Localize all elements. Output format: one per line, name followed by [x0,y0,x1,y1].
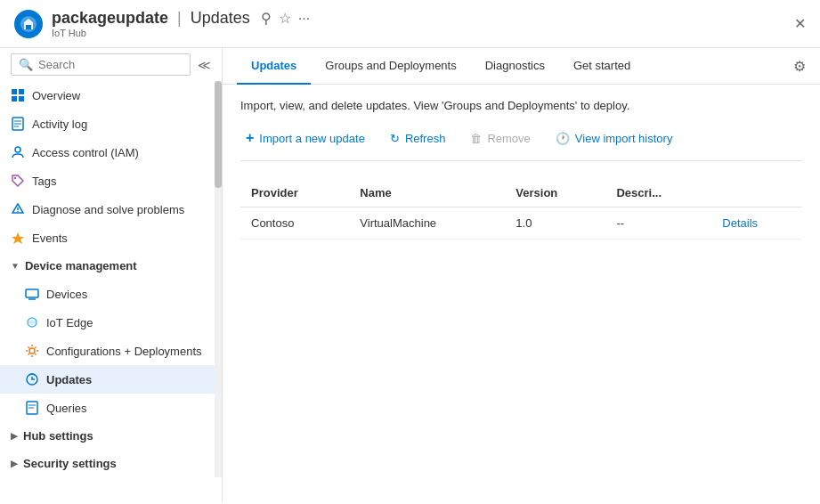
pin-icon[interactable]: ⚲ [261,10,272,27]
sidebar-item-label: Activity log [32,118,87,131]
trash-icon: 🗑 [470,132,482,145]
svg-marker-14 [12,232,24,244]
collapse-icon[interactable]: ≪ [198,58,211,72]
header-separator: | [177,9,182,28]
sidebar-item-label: Configurations + Deployments [46,345,202,358]
cell-name: VirtualMachine [349,207,505,240]
refresh-button[interactable]: ↻ Refresh [385,128,451,149]
svg-rect-5 [19,96,24,102]
resource-type: IoT Hub [52,28,310,38]
svg-rect-1 [26,25,31,29]
section-label: Hub settings [23,429,93,443]
activity-log-icon [11,117,25,131]
star-icon[interactable]: ☆ [279,10,291,27]
svg-point-18 [29,348,35,354]
view-import-history-button[interactable]: 🕐 View import history [550,128,678,149]
sidebar-item-label: Updates [46,373,92,386]
import-label: Import a new update [259,132,365,145]
page-name: Updates [191,9,250,28]
tab-updates[interactable]: Updates [237,48,311,85]
sidebar-item-overview[interactable]: Overview [0,81,215,110]
sidebar-section-device-management[interactable]: ▼ Device management [0,252,215,280]
devices-icon [25,287,39,301]
col-name: Name [349,179,505,207]
main-panel: Updates Groups and Deployments Diagnosti… [223,48,820,502]
close-button[interactable]: ✕ [794,15,806,32]
sidebar-item-label: Tags [32,175,56,188]
cell-description: -- [605,207,711,240]
sidebar-item-updates[interactable]: Updates [0,365,215,394]
sidebar-item-access-control[interactable]: Access control (IAM) [0,138,215,167]
configurations-icon [25,344,39,358]
sidebar-item-label: Overview [32,89,80,102]
toolbar: + Import a new update ↻ Refresh 🗑 Remove… [240,126,802,161]
cell-action[interactable]: Details [711,207,802,240]
table-row: Contoso VirtualMachine 1.0 -- Details [240,207,802,240]
queries-icon [25,401,39,415]
svg-point-10 [15,147,20,152]
import-update-button[interactable]: + Import a new update [240,126,370,150]
search-input[interactable] [38,58,183,71]
sidebar-item-label: Access control (IAM) [32,146,139,159]
sidebar-top: 🔍 ≪ [0,48,222,81]
section-label: Device management [25,259,137,272]
access-control-icon [11,145,25,159]
sidebar-item-label: Diagnose and solve problems [32,203,184,216]
more-icon[interactable]: ··· [298,11,310,27]
sidebar-item-configurations[interactable]: Configurations + Deployments [0,337,215,365]
cell-version: 1.0 [505,207,605,240]
app-logo [14,10,43,38]
iot-edge-icon [25,315,39,329]
scrollbar-thumb[interactable] [215,81,222,188]
resource-name: packageupdate [52,9,168,28]
tab-groups-deployments[interactable]: Groups and Deployments [311,48,470,85]
sidebar-item-label: Devices [46,288,87,301]
main-layout: 🔍 ≪ Overview Activity log [0,48,820,502]
sidebar-item-devices[interactable]: Devices [0,280,215,308]
tab-get-started[interactable]: Get started [559,48,645,85]
app-header: packageupdate | Updates ⚲ ☆ ··· IoT Hub … [0,0,820,48]
plus-icon: + [246,130,254,146]
chevron-right-icon: ▶ [11,431,18,441]
view-import-label: View import history [575,132,673,145]
settings-icon[interactable]: ⚙ [793,58,806,75]
remove-label: Remove [487,132,530,145]
sidebar: 🔍 ≪ Overview Activity log [0,48,223,502]
sidebar-item-label: Events [32,232,68,245]
svg-point-13 [17,211,19,213]
sidebar-section-hub-settings[interactable]: ▶ Hub settings [0,422,215,450]
col-provider: Provider [240,179,349,207]
updates-table: Provider Name Version Descri... Contoso … [240,179,802,240]
col-action [711,179,802,207]
search-icon: 🔍 [19,58,33,71]
sidebar-content: Overview Activity log Access control (IA… [0,81,215,477]
col-version: Version [505,179,605,207]
sidebar-item-activity-log[interactable]: Activity log [0,110,215,138]
main-content: Import, view, and delete updates. View '… [223,85,820,502]
col-description: Descri... [605,179,711,207]
search-bar[interactable]: 🔍 [11,53,191,76]
svg-rect-2 [12,89,17,94]
svg-point-11 [14,177,16,179]
sidebar-item-iot-edge[interactable]: IoT Edge [0,308,215,337]
section-label: Security settings [23,457,117,470]
header-actions: ⚲ ☆ ··· [261,10,310,27]
svg-rect-4 [12,96,17,102]
sidebar-item-label: IoT Edge [46,316,93,329]
sidebar-item-events[interactable]: Events [0,224,215,252]
remove-button[interactable]: 🗑 Remove [465,128,535,149]
events-icon [11,231,25,245]
sidebar-item-label: Queries [46,402,87,415]
svg-rect-15 [26,289,38,297]
page-description: Import, view, and delete updates. View '… [240,99,802,112]
sidebar-section-security-settings[interactable]: ▶ Security settings [0,450,215,477]
tab-diagnostics[interactable]: Diagnostics [471,48,559,85]
header-title-block: packageupdate | Updates ⚲ ☆ ··· IoT Hub [52,9,310,38]
tags-icon [11,174,25,188]
sidebar-item-queries[interactable]: Queries [0,394,215,422]
refresh-label: Refresh [405,132,446,145]
sidebar-item-diagnose[interactable]: Diagnose and solve problems [0,195,215,224]
sidebar-item-tags[interactable]: Tags [0,167,215,195]
overview-icon [11,88,25,102]
sidebar-scroll: Overview Activity log Access control (IA… [0,81,222,477]
